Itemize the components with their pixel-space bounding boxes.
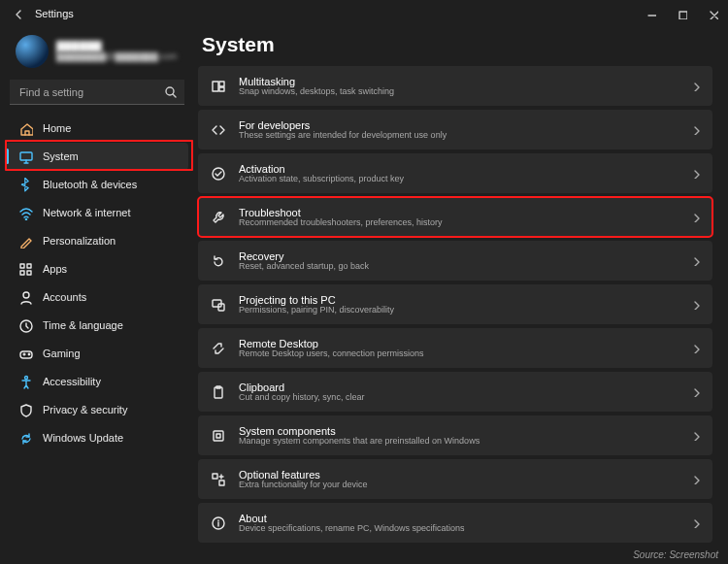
sidebar-item-label: Privacy & security bbox=[43, 404, 127, 415]
card-subtitle: Remote Desktop users, connection permiss… bbox=[239, 349, 424, 359]
card-subtitle: Device specifications, rename PC, Window… bbox=[239, 524, 465, 534]
sidebar-item-label: Bluetooth & devices bbox=[43, 179, 137, 190]
title-bar: Settings bbox=[0, 0, 728, 27]
card-clipboard[interactable]: Clipboard Cut and copy history, sync, cl… bbox=[198, 372, 712, 412]
optional-icon bbox=[210, 471, 227, 488]
sidebar-item-apps[interactable]: Apps bbox=[0, 255, 194, 282]
personalize-icon bbox=[17, 233, 33, 249]
card-title: Optional features bbox=[239, 469, 368, 481]
card-components[interactable]: System components Manage system componen… bbox=[198, 415, 712, 455]
troubleshoot-icon bbox=[210, 209, 227, 226]
privacy-icon bbox=[17, 402, 33, 417]
dev-icon bbox=[210, 121, 227, 139]
project-icon bbox=[210, 296, 227, 314]
card-recovery[interactable]: Recovery Reset, advanced startup, go bac… bbox=[198, 241, 712, 281]
card-subtitle: Permissions, pairing PIN, discoverabilit… bbox=[239, 306, 394, 315]
maximize-button[interactable] bbox=[666, 0, 697, 27]
card-subtitle: Activation state, subscriptions, product… bbox=[239, 175, 404, 184]
sidebar-item-label: Gaming bbox=[43, 348, 81, 359]
network-icon bbox=[17, 205, 33, 220]
activation-icon bbox=[210, 165, 227, 182]
chevron-right-icon bbox=[689, 167, 701, 181]
minimize-button[interactable] bbox=[635, 0, 666, 27]
card-title: About bbox=[239, 513, 465, 524]
card-activation[interactable]: Activation Activation state, subscriptio… bbox=[198, 153, 712, 193]
card-developers[interactable]: For developers These settings are intend… bbox=[198, 110, 712, 149]
sidebar-item-gaming[interactable]: Gaming bbox=[0, 340, 194, 367]
remote-icon bbox=[210, 340, 227, 357]
sidebar-item-label: Windows Update bbox=[43, 432, 123, 444]
sidebar-item-time[interactable]: Time & language bbox=[0, 312, 194, 339]
card-subtitle: Snap windows, desktops, task switching bbox=[239, 87, 394, 97]
card-subtitle: Reset, advanced startup, go back bbox=[239, 262, 369, 272]
recovery-icon bbox=[210, 252, 227, 270]
card-subtitle: Extra functionality for your device bbox=[239, 481, 368, 490]
sidebar-item-system[interactable]: System bbox=[6, 143, 188, 170]
sidebar-item-update[interactable]: Windows Update bbox=[0, 424, 194, 451]
sidebar-item-privacy[interactable]: Privacy & security bbox=[0, 396, 194, 423]
card-title: Clipboard bbox=[239, 382, 364, 393]
card-title: Recovery bbox=[239, 250, 369, 262]
chevron-right-icon bbox=[689, 473, 701, 486]
card-title: For developers bbox=[239, 119, 447, 131]
card-title: Remote Desktop bbox=[239, 338, 424, 349]
card-about[interactable]: About Device specifications, rename PC, … bbox=[198, 503, 712, 543]
search-icon bbox=[163, 84, 177, 98]
profile-block[interactable]: ██████ ████████@███████.com bbox=[0, 31, 194, 80]
accounts-icon bbox=[17, 289, 33, 305]
sidebar-item-label: Apps bbox=[43, 263, 67, 275]
chevron-right-icon bbox=[689, 342, 701, 355]
card-title: System components bbox=[239, 425, 480, 437]
sidebar-item-access[interactable]: Accessibility bbox=[0, 368, 194, 395]
chevron-right-icon bbox=[689, 254, 701, 268]
card-optional[interactable]: Optional features Extra functionality fo… bbox=[198, 459, 712, 499]
sidebar-item-network[interactable]: Network & internet bbox=[0, 199, 194, 226]
chevron-right-icon bbox=[689, 385, 701, 399]
card-title: Multitasking bbox=[239, 76, 394, 87]
page-title: System bbox=[202, 33, 712, 56]
main-panel: System Multitasking Snap windows, deskto… bbox=[194, 27, 728, 564]
card-remote[interactable]: Remote Desktop Remote Desktop users, con… bbox=[198, 328, 712, 368]
close-button[interactable] bbox=[697, 0, 728, 27]
sidebar-item-personal[interactable]: Personalization bbox=[0, 227, 194, 254]
chevron-right-icon bbox=[689, 429, 701, 443]
update-icon bbox=[17, 430, 33, 446]
card-multitasking[interactable]: Multitasking Snap windows, desktops, tas… bbox=[198, 66, 712, 106]
app-title: Settings bbox=[35, 8, 74, 19]
multitask-icon bbox=[210, 78, 227, 95]
card-subtitle: These settings are intended for developm… bbox=[239, 131, 447, 141]
source-caption: Source: Screenshot bbox=[633, 549, 718, 560]
sidebar-item-label: System bbox=[43, 150, 79, 162]
system-icon bbox=[17, 149, 33, 164]
sidebar-item-label: Time & language bbox=[43, 319, 123, 331]
sidebar-item-label: Accessibility bbox=[43, 376, 101, 387]
sidebar-item-label: Accounts bbox=[43, 291, 86, 303]
card-projecting[interactable]: Projecting to this PC Permissions, pairi… bbox=[198, 284, 712, 324]
sidebar-item-home[interactable]: Home bbox=[0, 115, 194, 142]
sidebar-item-label: Network & internet bbox=[43, 207, 130, 218]
apps-icon bbox=[17, 261, 33, 277]
chevron-right-icon bbox=[689, 80, 701, 93]
clipboard-icon bbox=[210, 383, 227, 401]
card-troubleshoot[interactable]: Troubleshoot Recommended troubleshooters… bbox=[198, 197, 712, 237]
home-icon bbox=[17, 120, 33, 136]
avatar bbox=[16, 35, 49, 68]
user-email: ████████@███████.com bbox=[56, 52, 177, 62]
card-subtitle: Recommended troubleshooters, preferences… bbox=[239, 218, 443, 228]
search-input[interactable] bbox=[10, 80, 184, 105]
card-subtitle: Manage system components that are preins… bbox=[239, 437, 480, 447]
chevron-right-icon bbox=[689, 211, 701, 224]
sidebar-item-accounts[interactable]: Accounts bbox=[0, 283, 194, 311]
card-title: Troubleshoot bbox=[239, 207, 443, 218]
chevron-right-icon bbox=[689, 516, 701, 530]
time-icon bbox=[17, 317, 33, 333]
card-title: Projecting to this PC bbox=[239, 294, 394, 306]
components-icon bbox=[210, 427, 227, 445]
accessibility-icon bbox=[17, 374, 33, 389]
user-name: ██████ bbox=[56, 41, 177, 52]
sidebar-item-bluetooth[interactable]: Bluetooth & devices bbox=[0, 171, 194, 198]
chevron-right-icon bbox=[689, 123, 701, 137]
back-button[interactable] bbox=[8, 4, 27, 23]
sidebar: ██████ ████████@███████.com HomeSystemBl… bbox=[0, 27, 194, 564]
about-icon bbox=[210, 514, 227, 532]
